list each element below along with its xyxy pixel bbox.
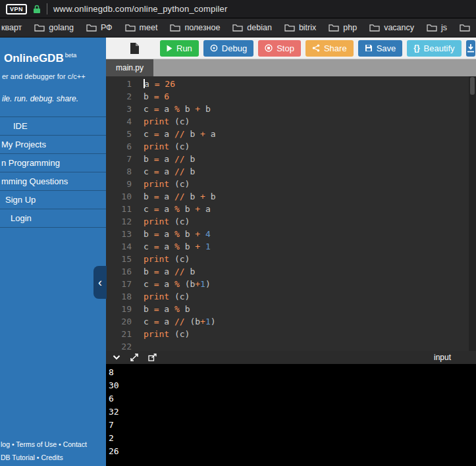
folder-icon — [232, 24, 243, 32]
code-line: c = a % b + b — [144, 103, 476, 115]
code-line: b = a % b — [144, 303, 476, 315]
url-bar-divider — [47, 3, 47, 14]
console-line: 26 — [109, 445, 476, 458]
folder-icon — [329, 24, 339, 32]
browser-url-bar: VPN www.onlinegdb.com/online_python_comp… — [0, 0, 476, 18]
console-line: 2 — [109, 432, 476, 445]
code-line: print (c) — [144, 140, 476, 153]
code-editor[interactable]: 12345678910111213141516171819202122 a = … — [106, 76, 476, 351]
line-number: 2 — [106, 90, 132, 103]
line-number: 7 — [106, 153, 132, 165]
url-text[interactable]: www.onlinegdb.com/online_python_compiler — [53, 4, 228, 14]
sidebar-item-my-projects[interactable]: My Projects — [0, 136, 106, 154]
browser-window: VPN www.onlinegdb.com/online_python_comp… — [0, 0, 476, 466]
sidebar-item-sign-up[interactable]: Sign Up — [0, 191, 106, 209]
bookmark-label: php — [343, 23, 357, 32]
bookmark-label: meet — [140, 23, 158, 32]
code-line: c = a % b + a — [144, 203, 476, 215]
beautify-button[interactable]: {} Beautify — [407, 40, 461, 57]
popout-icon[interactable] — [148, 353, 157, 361]
sidebar-footer: log • Terms of Use • Contact DB Tutorial… — [1, 438, 87, 464]
bookmark-item[interactable]: js — [427, 23, 447, 32]
code-line: c = a % b + 1 — [144, 240, 476, 253]
code-line: print (c) — [144, 328, 476, 340]
line-number: 5 — [106, 128, 132, 140]
bookmark-item[interactable]: golang — [34, 23, 74, 32]
code-line: b = a // b + b — [144, 190, 476, 203]
debug-label: Debug — [222, 43, 247, 53]
lock-icon — [33, 5, 41, 14]
code-line: a = 26 — [144, 78, 476, 90]
editor-scrollbar[interactable] — [469, 76, 476, 351]
code-line: b = 6 — [144, 90, 476, 103]
vpn-badge[interactable]: VPN — [6, 4, 27, 14]
tab-main-py[interactable]: main.py — [106, 59, 153, 76]
expand-icon[interactable] — [130, 353, 138, 361]
chevron-down-icon[interactable] — [113, 355, 120, 360]
sidebar-menu: IDEMy Projectsn Programmingmming Questio… — [0, 116, 106, 228]
footer-links-row-1[interactable]: log • Terms of Use • Contact — [1, 438, 87, 451]
footer-links-row-2[interactable]: DB Tutorial • Credits — [1, 451, 87, 464]
code-line — [144, 340, 476, 351]
code-line: print (c) — [144, 215, 476, 228]
code-line: c = a // b + a — [144, 128, 476, 140]
save-label: Save — [377, 43, 396, 53]
line-number: 9 — [106, 178, 132, 190]
line-number: 6 — [106, 140, 132, 153]
run-label: Run — [176, 43, 192, 53]
code-line: print (c) — [144, 115, 476, 128]
bookmark-item[interactable]: bitrix — [284, 23, 316, 32]
console-line: 6 — [109, 392, 476, 405]
debug-button[interactable]: Debug — [203, 40, 253, 57]
sidebar-item-login[interactable]: Login — [0, 209, 106, 228]
folder-icon — [460, 24, 470, 32]
brand-logo[interactable]: OnlineGDBbeta — [0, 38, 106, 65]
bookmark-label: golang — [49, 23, 74, 32]
tab-label: main.py — [116, 63, 144, 72]
code-line: c = a % (b+1) — [144, 278, 476, 290]
code-line: c = a // (b+1) — [144, 315, 476, 328]
input-tab-label[interactable]: input — [434, 353, 451, 362]
new-file-icon[interactable] — [130, 42, 140, 55]
folder-icon — [284, 24, 295, 32]
run-button[interactable]: Run — [160, 40, 199, 57]
line-number: 4 — [106, 115, 132, 128]
bookmark-item[interactable]: РФ — [86, 23, 113, 32]
bookmark-item[interactable]: php — [329, 23, 357, 32]
bookmark-label: полезное — [184, 23, 220, 32]
play-icon — [167, 45, 172, 52]
app-content: OnlineGDBbeta er and debugger for c/c++ … — [0, 38, 476, 466]
stop-button[interactable]: Stop — [258, 40, 301, 57]
sidebar-collapse-button[interactable]: ‹ — [93, 266, 107, 299]
console-toolbar: input — [106, 351, 476, 364]
bookmark-label: js — [441, 23, 447, 32]
sidebar-item-mming-questions[interactable]: mming Questions — [0, 172, 106, 191]
save-button[interactable]: Save — [358, 40, 403, 57]
debug-icon — [210, 44, 218, 52]
console-output[interactable]: 8306327226 — [106, 364, 476, 466]
bookmark-item[interactable]: meet — [125, 23, 158, 32]
download-button[interactable] — [466, 40, 475, 57]
line-number: 16 — [106, 265, 132, 278]
code-line: b = a // b — [144, 265, 476, 278]
editor-toolbar: Run Debug Stop Share Save — [106, 38, 476, 59]
beta-badge: beta — [65, 52, 77, 59]
code-area[interactable]: a = 26b = 6c = a % b + bprint (c)c = a /… — [140, 76, 476, 351]
share-button[interactable]: Share — [305, 40, 354, 57]
bookmark-item[interactable]: debian — [232, 23, 272, 32]
line-number-gutter: 12345678910111213141516171819202122 — [106, 76, 140, 351]
scrollbar-thumb[interactable] — [470, 77, 475, 95]
bookmark-item[interactable]: кварт — [1, 23, 22, 32]
sidebar-item-n-programming[interactable]: n Programming — [0, 154, 106, 172]
line-number: 22 — [106, 340, 132, 351]
bookmark-item[interactable]: полезное — [170, 23, 220, 32]
bookmark-label: кварт — [1, 23, 22, 32]
main-panel: Run Debug Stop Share Save — [106, 38, 476, 466]
bookmark-item[interactable]: vacancy — [369, 23, 414, 32]
share-icon — [312, 44, 320, 52]
console-line: 32 — [109, 405, 476, 419]
line-number: 15 — [106, 253, 132, 265]
sidebar-item-ide[interactable]: IDE — [0, 117, 106, 136]
line-number: 3 — [106, 103, 132, 115]
bookmark-item[interactable] — [460, 24, 470, 32]
